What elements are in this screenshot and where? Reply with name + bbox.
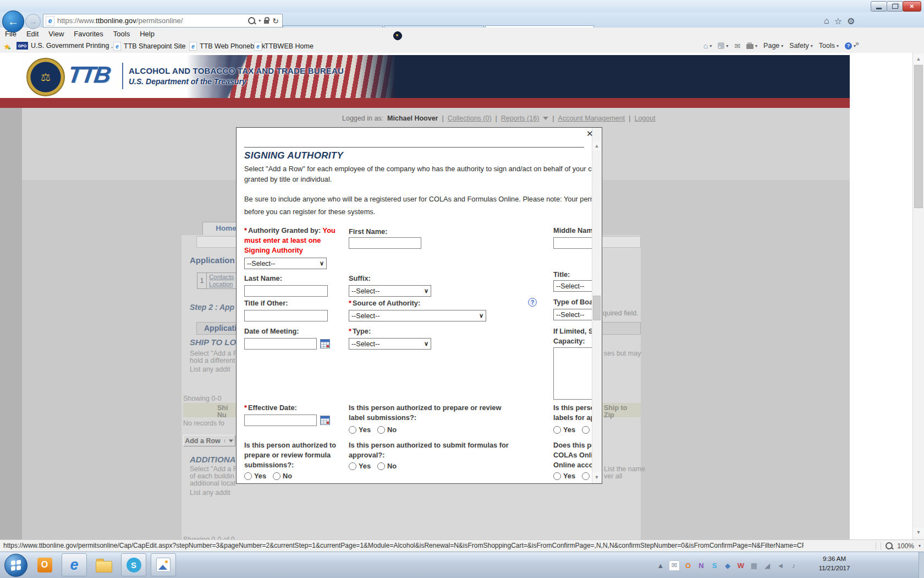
- first-name-input[interactable]: [349, 237, 421, 249]
- authority-granted-select[interactable]: --Select--∨: [244, 258, 327, 269]
- dialog-close-icon[interactable]: ✕: [586, 129, 593, 139]
- contacts-link[interactable]: Contacts: [209, 274, 234, 280]
- favorite-sharepoint[interactable]: e TTB Sharepoint Site: [113, 42, 186, 51]
- settings-gear-icon[interactable]: ⚙: [847, 16, 855, 26]
- read-mail-button[interactable]: ✉: [734, 42, 740, 50]
- menu-help[interactable]: Help: [135, 30, 160, 38]
- minimize-button[interactable]: [871, 1, 887, 12]
- tray-skype-icon[interactable]: S: [710, 561, 719, 570]
- title-select[interactable]: --Select--: [553, 280, 592, 292]
- taskbar-clock[interactable]: 9:36 AM 11/21/2017: [816, 554, 853, 576]
- effective-date-input[interactable]: [244, 415, 317, 426]
- collections-link[interactable]: Collections (0): [448, 114, 492, 122]
- taskbar-explorer-button[interactable]: [91, 553, 117, 576]
- scroll-down-icon[interactable]: ▼: [592, 472, 601, 482]
- suffix-select[interactable]: --Select--∨: [349, 285, 431, 297]
- dialog-scrollbar[interactable]: ▲ ▼: [592, 128, 601, 483]
- yes-radio[interactable]: [349, 426, 356, 434]
- logout-link[interactable]: Logout: [634, 114, 655, 122]
- home-icon[interactable]: ⌂: [824, 16, 829, 26]
- tray-network-icon[interactable]: ◢: [762, 561, 772, 570]
- menu-favorites[interactable]: Favorites: [69, 30, 108, 38]
- tray-outlook-icon[interactable]: O: [683, 561, 693, 570]
- window-titlebar[interactable]: ✕: [0, 0, 924, 12]
- menu-view[interactable]: View: [43, 30, 69, 38]
- calendar-icon[interactable]: [320, 416, 330, 425]
- taskbar-photos-button[interactable]: [151, 553, 176, 576]
- title-if-other-input[interactable]: [244, 310, 328, 321]
- location-link[interactable]: Location: [209, 281, 233, 287]
- yes-radio[interactable]: [349, 462, 356, 470]
- reports-link[interactable]: Reports (16): [501, 114, 539, 122]
- instruction-fragment: Select "Add a F: [190, 465, 237, 473]
- scroll-down-icon[interactable]: ▼: [913, 527, 924, 537]
- toolbar-overflow-icon[interactable]: »: [855, 40, 859, 47]
- search-caret-icon[interactable]: ▾: [258, 18, 261, 23]
- date-of-meeting-input[interactable]: [244, 338, 317, 350]
- add-row-button[interactable]: Add a Row: [183, 435, 235, 446]
- no-radio[interactable]: [377, 462, 385, 470]
- tray-mail-icon[interactable]: ✉: [669, 560, 680, 571]
- zoom-control[interactable]: 100% ▾: [876, 540, 921, 552]
- scroll-up-icon[interactable]: ▲: [592, 141, 601, 151]
- tray-keyboard-icon[interactable]: ▦: [749, 561, 759, 570]
- source-of-authority-select[interactable]: --Select--∨: [349, 310, 486, 321]
- scrollbar-thumb[interactable]: [593, 296, 601, 320]
- no-radio[interactable]: [377, 426, 385, 434]
- print-button[interactable]: ▾: [746, 42, 757, 49]
- tools-menu-button[interactable]: Tools▾: [819, 42, 839, 50]
- no-radio[interactable]: [582, 426, 590, 434]
- hidden-icons-chevron[interactable]: ▲: [656, 561, 666, 570]
- help-icon[interactable]: ?: [528, 298, 537, 307]
- back-button[interactable]: ←: [2, 10, 24, 32]
- feeds-button[interactable]: ▾: [718, 42, 728, 49]
- tray-onenote-icon[interactable]: N: [696, 561, 706, 570]
- tray-media-icon[interactable]: ♪: [789, 561, 799, 570]
- photo-viewer-icon: [156, 558, 170, 572]
- taskbar-ie-button[interactable]: e: [62, 553, 87, 576]
- favorite-ttbweb-home[interactable]: e TTBWEB Home: [254, 42, 314, 51]
- favorites-star-icon[interactable]: ☆: [834, 16, 842, 26]
- help-menu-button[interactable]: ?▾: [845, 42, 856, 50]
- address-bar[interactable]: e https://www.ttbonline.gov/permitsonlin…: [43, 14, 283, 28]
- tray-word-icon[interactable]: W: [736, 561, 746, 570]
- type-select[interactable]: --Select--∨: [349, 338, 431, 350]
- address-url[interactable]: https://www.ttbonline.gov/permitsonline/: [57, 17, 245, 25]
- browser-scrollbar[interactable]: ▲ ▼: [912, 53, 924, 539]
- home-menu-button[interactable]: ⌂▾: [703, 41, 712, 50]
- close-window-button[interactable]: ✕: [903, 1, 921, 12]
- search-icon[interactable]: [248, 17, 255, 24]
- scrollbar-thumb[interactable]: [914, 65, 923, 208]
- zoom-caret-icon[interactable]: ▾: [919, 543, 921, 548]
- favorite-gpo[interactable]: GPO U.S. Government Printing ...: [16, 42, 117, 50]
- last-name-input[interactable]: [244, 285, 328, 297]
- account-management-link[interactable]: Account Management: [558, 114, 625, 122]
- menu-edit[interactable]: Edit: [21, 30, 43, 38]
- no-radio[interactable]: [582, 472, 590, 480]
- restore-button[interactable]: [887, 1, 903, 12]
- middle-name-input[interactable]: [553, 237, 592, 249]
- tray-shield-icon[interactable]: ◆: [723, 561, 733, 570]
- browser-window: ✕ e TTBWEB Home TTB | Permits Online | C…: [0, 0, 924, 578]
- yes-radio[interactable]: [244, 472, 252, 480]
- yes-radio[interactable]: [553, 426, 561, 434]
- forward-button[interactable]: →: [25, 14, 41, 29]
- taskbar-outlook-button[interactable]: O: [32, 553, 57, 576]
- reports-caret-icon[interactable]: [543, 117, 548, 120]
- type-of-board-select[interactable]: --Select--: [553, 309, 592, 320]
- safety-menu-button[interactable]: Safety▾: [789, 42, 812, 50]
- start-button[interactable]: [4, 554, 28, 577]
- capacity-textarea[interactable]: [553, 347, 592, 400]
- scroll-up-icon[interactable]: ▲: [913, 54, 924, 64]
- show-desktop-button[interactable]: [919, 552, 924, 578]
- tray-volume-icon[interactable]: ◄: [776, 561, 785, 570]
- page-menu-button[interactable]: Page▾: [763, 42, 783, 50]
- refresh-icon[interactable]: ↻: [272, 17, 279, 25]
- zoom-level[interactable]: 100%: [897, 542, 914, 550]
- yes-radio[interactable]: [553, 472, 561, 480]
- add-favorite-button[interactable]: ★▸: [3, 42, 11, 52]
- menu-tools[interactable]: Tools: [108, 30, 135, 38]
- calendar-icon[interactable]: [320, 339, 330, 348]
- taskbar-skype-button[interactable]: S: [121, 553, 146, 576]
- no-radio[interactable]: [273, 472, 280, 480]
